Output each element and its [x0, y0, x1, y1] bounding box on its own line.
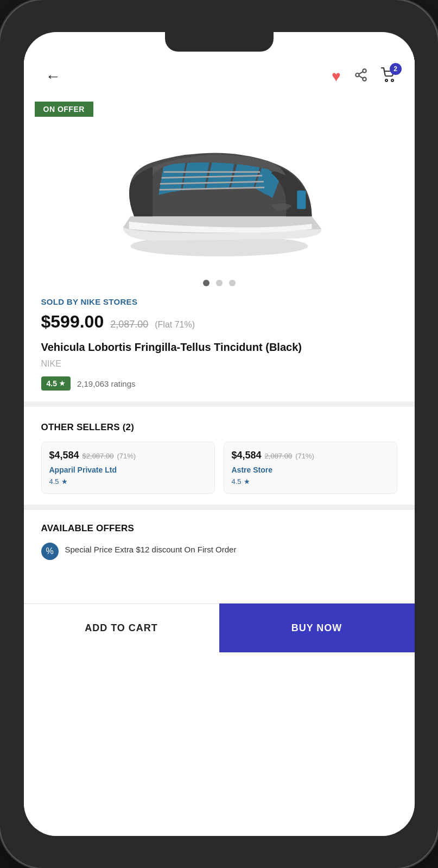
price-row: $599.00 2,087.00 (Flat 71%)	[41, 312, 397, 332]
seller-1-rating: 4.5 ★	[49, 477, 207, 486]
phone-screen: ← ♥	[24, 32, 415, 836]
seller-2-rating-value: 4.5	[232, 477, 242, 486]
seller-1-discount: (71%)	[117, 452, 136, 460]
product-image-container	[35, 102, 404, 265]
star-icon: ★	[59, 380, 65, 387]
bottom-bar: ADD TO CART BUY NOW	[24, 603, 415, 652]
section-divider	[24, 401, 415, 407]
image-dots	[24, 273, 415, 297]
offer-text: Special Price Extra $12 discount On Firs…	[65, 543, 237, 554]
phone-frame: ← ♥	[0, 0, 438, 868]
svg-point-6	[391, 79, 393, 81]
seller-2-original-price: 2,087.00	[265, 452, 293, 460]
rating-badge: 4.5 ★	[41, 376, 71, 391]
rating-value: 4.5	[47, 379, 57, 388]
seller-2-star-icon: ★	[244, 477, 250, 486]
offer-item-1: % Special Price Extra $12 discount On Fi…	[41, 543, 397, 560]
buy-now-button[interactable]: BUY NOW	[219, 603, 415, 652]
product-title: Vehicula Lobortis Fringilla-Tellus Tinci…	[41, 339, 397, 355]
ratings-count: 2,19,063 ratings	[77, 379, 136, 388]
rating-row: 4.5 ★ 2,19,063 ratings	[41, 376, 397, 391]
available-offers-section: AVAILABLE OFFERS % Special Price Extra $…	[24, 512, 415, 603]
dot-2[interactable]	[216, 280, 223, 286]
original-price: 2,087.00	[110, 319, 148, 330]
seller-2-discount: (71%)	[295, 452, 314, 460]
app-content: ← ♥	[24, 52, 415, 836]
product-image-area: ON OFFER	[24, 102, 415, 273]
cart-wrapper[interactable]: 2	[381, 67, 397, 86]
seller-2-rating: 4.5 ★	[232, 477, 389, 486]
brand-name: NIKE	[41, 359, 397, 369]
seller-1-price-row: $4,584 $2,087.00 (71%)	[49, 450, 207, 461]
svg-line-4	[359, 72, 363, 74]
back-button[interactable]: ←	[41, 65, 65, 89]
other-sellers-title: OTHER SELLERS (2)	[41, 422, 397, 433]
header-icons: ♥	[332, 67, 397, 86]
back-arrow-icon: ←	[46, 68, 61, 85]
sellers-grid: $4,584 $2,087.00 (71%) Apparil Private L…	[41, 442, 397, 494]
current-price: $599.00	[41, 312, 104, 332]
seller-1-original-price: $2,087.00	[82, 452, 114, 460]
seller-card-1[interactable]: $4,584 $2,087.00 (71%) Apparil Private L…	[41, 442, 215, 494]
notch	[165, 32, 274, 52]
cart-count-badge: 2	[390, 63, 402, 75]
seller-card-2[interactable]: $4,584 2,087.00 (71%) Astre Store 4.5 ★	[224, 442, 397, 494]
dot-1[interactable]	[203, 280, 210, 286]
svg-rect-12	[297, 191, 306, 209]
seller-label: SOLD BY NIKE STORES	[41, 297, 397, 306]
offer-badge: ON OFFER	[35, 102, 93, 117]
seller-1-name: Apparil Private Ltd	[49, 466, 207, 474]
header: ← ♥	[24, 52, 415, 97]
add-to-cart-button[interactable]: ADD TO CART	[24, 603, 219, 652]
product-info: SOLD BY NIKE STORES $599.00 2,087.00 (Fl…	[24, 297, 415, 391]
seller-2-price-row: $4,584 2,087.00 (71%)	[232, 450, 389, 461]
seller-1-price: $4,584	[49, 450, 79, 461]
svg-point-5	[385, 79, 388, 81]
product-image	[35, 102, 404, 265]
other-sellers-section: OTHER SELLERS (2) $4,584 $2,087.00 (71%)…	[24, 409, 415, 502]
dot-3[interactable]	[229, 280, 236, 286]
offer-tag-icon: %	[41, 543, 59, 560]
seller-2-name: Astre Store	[232, 466, 389, 474]
available-offers-title: AVAILABLE OFFERS	[41, 523, 397, 534]
wishlist-icon[interactable]: ♥	[332, 68, 341, 85]
share-icon[interactable]	[354, 68, 368, 86]
svg-line-3	[359, 76, 363, 78]
section-divider-2	[24, 505, 415, 510]
seller-1-star-icon: ★	[61, 477, 68, 486]
discount-text: (Flat 71%)	[155, 320, 195, 330]
seller-1-rating-value: 4.5	[49, 477, 59, 486]
seller-2-price: $4,584	[232, 450, 262, 461]
